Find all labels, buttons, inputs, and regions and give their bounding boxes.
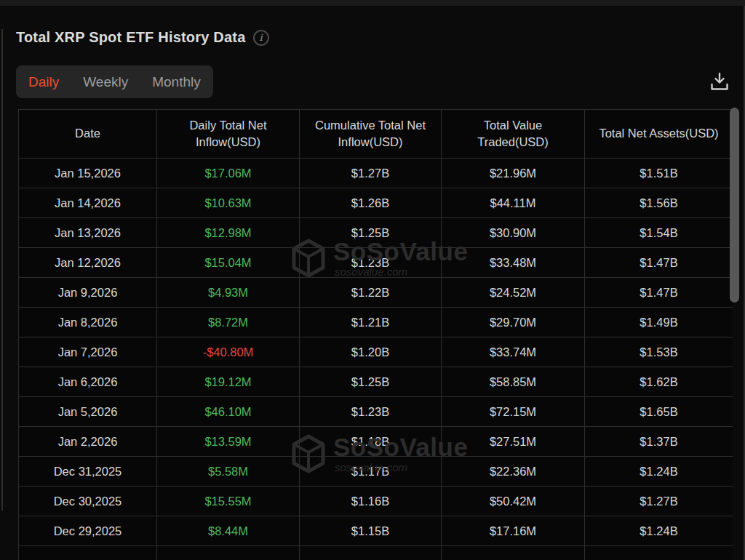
daily-inflow-cell: $10.63M xyxy=(157,188,300,218)
column-header-4: Total Net Assets(USD) xyxy=(585,110,733,159)
cumulative-inflow-cell: $1.26B xyxy=(300,188,442,218)
net-assets-cell: $1.47B xyxy=(585,248,733,278)
date-cell: Jan 8,2026 xyxy=(19,308,157,337)
tab-weekly[interactable]: Weekly xyxy=(83,74,128,90)
value-traded-cell: $33.48M xyxy=(442,248,585,278)
cumulative-inflow-cell: $1.18B xyxy=(300,427,442,457)
cumulative-inflow-cell: $1.15B xyxy=(300,516,442,546)
cumulative-inflow-cell: $1.22B xyxy=(300,278,442,308)
left-panel-border xyxy=(1,29,3,511)
daily-inflow-cell: $5.58M xyxy=(157,457,300,487)
date-cell: Jan 9,2026 xyxy=(19,278,157,308)
column-header-3: Total Value Traded(USD) xyxy=(442,110,585,159)
daily-inflow-cell: $15.55M xyxy=(157,487,300,516)
table-body: Jan 15,2026$17.06M$1.27B$21.96M$1.51BJan… xyxy=(19,159,733,560)
net-assets-cell: $1.37B xyxy=(585,427,733,457)
daily-inflow-cell: $8.72M xyxy=(157,308,300,337)
cumulative-inflow-cell: $1.17B xyxy=(300,457,442,487)
net-assets-cell: $1.49B xyxy=(585,308,733,337)
daily-inflow-cell: $17.06M xyxy=(157,159,300,188)
date-cell: Jan 5,2026 xyxy=(19,397,157,427)
date-cell: Dec 29,2025 xyxy=(19,516,157,546)
table-row: Jan 12,2026$15.04M$1.23B$33.48M$1.47B xyxy=(19,248,733,278)
net-assets-cell: $1.54B xyxy=(585,218,733,248)
cumulative-inflow-cell: $1.23B xyxy=(300,397,442,427)
table-header: DateDaily Total Net Inflow(USD)Cumulativ… xyxy=(19,110,733,159)
table-row: Jan 14,2026$10.63M$1.26B$44.11M$1.56B xyxy=(19,188,733,218)
daily-inflow-cell: $13.59M xyxy=(157,427,300,457)
cumulative-inflow-cell: $1.27B xyxy=(300,159,442,188)
cumulative-inflow-cell: $1.16B xyxy=(300,487,442,516)
value-traded-cell: $33.74M xyxy=(442,337,585,367)
table-row: Dec 31,2025$5.58M$1.17B$22.36M$1.24B xyxy=(19,457,733,487)
date-cell xyxy=(19,546,157,560)
net-assets-cell: $1.24B xyxy=(585,457,733,487)
table-row: Jan 9,2026$4.93M$1.22B$24.52M$1.47B xyxy=(19,278,733,308)
value-traded-cell: $72.15M xyxy=(442,397,585,427)
net-assets-cell: $1.62B xyxy=(585,367,733,397)
cumulative-inflow-cell: $1.21B xyxy=(300,308,442,337)
history-table-container: DateDaily Total Net Inflow(USD)Cumulativ… xyxy=(18,109,733,560)
daily-inflow-cell: $15.04M xyxy=(157,248,300,278)
table-row: Jan 8,2026$8.72M$1.21B$29.70M$1.49B xyxy=(19,308,733,337)
vertical-scrollbar-thumb[interactable] xyxy=(730,108,739,303)
value-traded-cell xyxy=(442,546,585,560)
daily-inflow-cell: $19.12M xyxy=(157,367,300,397)
value-traded-cell: $21.96M xyxy=(442,159,585,188)
daily-inflow-cell: $46.10M xyxy=(157,397,300,427)
table-row: Jan 13,2026$12.98M$1.25B$30.90M$1.54B xyxy=(19,218,733,248)
net-assets-cell: $1.27B xyxy=(585,487,733,516)
table-row-partial xyxy=(19,546,733,560)
tab-daily[interactable]: Daily xyxy=(28,74,59,90)
cumulative-inflow-cell xyxy=(300,546,442,560)
daily-inflow-cell: -$40.80M xyxy=(157,337,300,367)
net-assets-cell: $1.24B xyxy=(585,516,733,546)
column-header-0: Date xyxy=(19,110,157,159)
download-icon[interactable] xyxy=(708,70,731,93)
value-traded-cell: $30.90M xyxy=(442,218,585,248)
daily-inflow-cell: $8.44M xyxy=(157,516,300,546)
history-table: DateDaily Total Net Inflow(USD)Cumulativ… xyxy=(18,109,733,560)
net-assets-cell: $1.51B xyxy=(585,159,733,188)
date-cell: Dec 31,2025 xyxy=(19,457,157,487)
net-assets-cell xyxy=(585,546,733,560)
card-header: Total XRP Spot ETF History Data i xyxy=(16,29,269,46)
daily-inflow-cell: $4.93M xyxy=(157,278,300,308)
date-cell: Jan 13,2026 xyxy=(19,218,157,248)
value-traded-cell: $27.51M xyxy=(442,427,585,457)
column-header-1: Daily Total Net Inflow(USD) xyxy=(157,110,300,159)
table-row: Jan 6,2026$19.12M$1.25B$58.85M$1.62B xyxy=(19,367,733,397)
info-icon[interactable]: i xyxy=(253,30,269,46)
net-assets-cell: $1.56B xyxy=(585,188,733,218)
value-traded-cell: $24.52M xyxy=(442,278,585,308)
date-cell: Jan 6,2026 xyxy=(19,367,157,397)
date-cell: Dec 30,2025 xyxy=(19,487,157,516)
value-traded-cell: $44.11M xyxy=(442,188,585,218)
table-row: Jan 5,2026$46.10M$1.23B$72.15M$1.65B xyxy=(19,397,733,427)
value-traded-cell: $22.36M xyxy=(442,457,585,487)
table-header-row: DateDaily Total Net Inflow(USD)Cumulativ… xyxy=(19,110,733,159)
date-cell: Jan 15,2026 xyxy=(19,159,157,188)
value-traded-cell: $17.16M xyxy=(442,516,585,546)
date-cell: Jan 2,2026 xyxy=(19,427,157,457)
value-traded-cell: $29.70M xyxy=(442,308,585,337)
date-cell: Jan 14,2026 xyxy=(19,188,157,218)
period-tab-bar: Daily Weekly Monthly xyxy=(16,65,213,98)
table-row: Dec 30,2025$15.55M$1.16B$50.42M$1.27B xyxy=(19,487,733,516)
cumulative-inflow-cell: $1.23B xyxy=(300,248,442,278)
table-row: Dec 29,2025$8.44M$1.15B$17.16M$1.24B xyxy=(19,516,733,546)
page-title: Total XRP Spot ETF History Data xyxy=(16,29,246,46)
net-assets-cell: $1.47B xyxy=(585,278,733,308)
value-traded-cell: $58.85M xyxy=(442,367,585,397)
daily-inflow-cell: $12.98M xyxy=(157,218,300,248)
cumulative-inflow-cell: $1.25B xyxy=(300,218,442,248)
cumulative-inflow-cell: $1.20B xyxy=(300,337,442,367)
date-cell: Jan 7,2026 xyxy=(19,337,157,367)
tab-monthly[interactable]: Monthly xyxy=(152,74,201,90)
column-header-2: Cumulative Total Net Inflow(USD) xyxy=(300,110,442,159)
daily-inflow-cell xyxy=(157,546,300,560)
net-assets-cell: $1.53B xyxy=(585,337,733,367)
table-row: Jan 15,2026$17.06M$1.27B$21.96M$1.51B xyxy=(19,159,733,188)
table-row: Jan 7,2026-$40.80M$1.20B$33.74M$1.53B xyxy=(19,337,733,367)
value-traded-cell: $50.42M xyxy=(442,487,585,516)
